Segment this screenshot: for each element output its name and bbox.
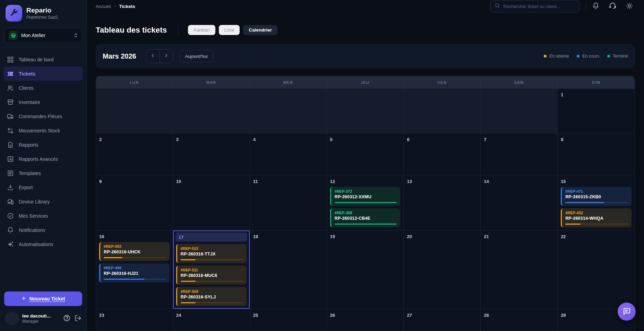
sidebar-item-label: Tableau de bord [19,57,53,62]
today-button[interactable]: Aujourd'hui [179,50,214,62]
day-number: 11 [253,179,258,184]
status-dot [544,55,547,58]
day-cell-18[interactable]: 18 [250,230,327,309]
prev-month-button[interactable] [146,50,160,63]
chevron-left-icon [150,53,155,59]
day-number: 18 [253,234,258,239]
calendar-toolbar: Mars 2026 Aujourd'hui En attenteEn cours… [96,44,635,68]
day-cell-empty[interactable] [96,89,173,133]
help-button[interactable] [63,314,70,323]
day-cell-14[interactable]: 14 [481,175,558,230]
brand: Repario Plateforme SaaS [0,0,86,25]
legend-en-attente: En attente [544,54,569,59]
sidebar-item-rapports-avanc-s[interactable]: Rapports Avancés [3,152,83,166]
week-row: 9101112#REP-372RP-260312-XXMU#REP-358RP-… [96,175,635,230]
ticket-code: RP-260315-ZKB0 [565,194,628,199]
ticket-event-rep-502[interactable]: #REP-502RP-260316-UHCK [99,242,170,261]
ticket-event-rep-452[interactable]: #REP-452RP-260314-WHQA [561,208,632,227]
sidebar-item-rapports[interactable]: Rapports [3,138,83,152]
ticket-id: #REP-358 [335,211,397,215]
sidebar-item-export[interactable]: Export [3,180,83,194]
day-number: 2 [99,137,102,142]
day-cell-23[interactable]: 23 [96,309,173,331]
day-cell-empty[interactable] [327,89,404,133]
day-cell-25[interactable]: 25 [250,309,327,331]
new-ticket-button[interactable]: Nouveau Ticket [4,291,82,306]
sidebar-item-notifications[interactable]: Notifications [3,223,83,237]
tab-calendrier[interactable]: Calendrier [243,25,277,35]
sidebar-item-mouvements-stock[interactable]: Mouvements Stock [3,123,83,138]
day-number: 19 [330,234,335,239]
day-cell-10[interactable]: 10 [173,175,250,230]
day-cell-12[interactable]: 12#REP-372RP-260312-XXMU#REP-358RP-26031… [327,175,404,230]
avatar[interactable] [5,312,19,325]
day-cell-27[interactable]: 27 [404,309,481,331]
breadcrumb-home[interactable]: Accueil [96,4,111,9]
sidebar-item-label: Rapports [19,142,38,148]
day-number: 10 [176,179,181,184]
sidebar-item-automatisations[interactable]: Automatisations [3,237,83,251]
ticket-event-rep-372[interactable]: #REP-372RP-260312-XXMU [330,187,401,206]
day-cell-16[interactable]: 16#REP-502RP-260316-UHCK#REP-499RP-26031… [96,230,173,309]
day-cell-empty[interactable] [250,89,327,133]
logout-button[interactable] [75,315,81,323]
day-cell-24[interactable]: 24 [173,309,250,331]
day-number: 14 [484,179,489,184]
day-cell-empty[interactable] [481,89,558,133]
ticket-event-rep-499[interactable]: #REP-499RP-260316-HJ21 [99,263,170,282]
day-cell-28[interactable]: 28 [481,309,558,331]
sidebar-item-device-library[interactable]: Device Library [3,194,83,209]
ticket-event-rep-511[interactable]: #REP-511RP-260316-MUC6 [176,265,247,285]
view-tabs: KanbanListeCalendrier [188,25,277,35]
day-cell-1[interactable]: 1 [558,89,635,133]
sidebar-nav: Tableau de bordTicketsClientsInventaireC… [0,50,86,288]
day-cell-17[interactable]: 17#REP-515RP-260316-TTJX#REP-511RP-26031… [173,230,250,309]
workspace-selector[interactable]: Mon Atelier [4,28,82,43]
sidebar-item-mes-services[interactable]: Mes Services [3,209,83,223]
day-cell-11[interactable]: 11 [250,175,327,230]
day-cell-26[interactable]: 26 [327,309,404,331]
theme-toggle-button[interactable] [626,2,633,10]
day-cell-4[interactable]: 4 [250,133,327,175]
day-cell-2[interactable]: 2 [96,133,173,175]
day-cell-15[interactable]: 15#REP-471RP-260315-ZKB0#REP-452RP-26031… [558,175,635,230]
day-cell-8[interactable]: 8 [558,133,635,175]
sidebar-item-tableau-de-bord[interactable]: Tableau de bord [3,52,83,67]
sun-icon [626,2,633,10]
day-cell-empty[interactable] [404,89,481,133]
day-cell-6[interactable]: 6 [404,133,481,175]
day-cell-19[interactable]: 19 [327,230,404,309]
workspace-name: Mon Atelier [21,33,70,38]
day-cell-3[interactable]: 3 [173,133,250,175]
day-cell-20[interactable]: 20 [404,230,481,309]
tab-kanban[interactable]: Kanban [188,25,215,35]
ticket-event-rep-509[interactable]: #REP-509RP-260316-SYLJ [176,287,247,306]
day-cell-7[interactable]: 7 [481,133,558,175]
sidebar-item-inventaire[interactable]: Inventaire [3,95,83,109]
app-name: Repario [26,7,58,14]
day-cell-5[interactable]: 5 [327,133,404,175]
day-cell-22[interactable]: 22 [558,230,635,309]
day-cell-21[interactable]: 21 [481,230,558,309]
support-button[interactable] [609,2,616,10]
day-cell-13[interactable]: 13 [404,175,481,230]
chat-fab[interactable] [618,303,636,321]
day-number: 8 [561,137,563,142]
sidebar-item-tickets[interactable]: Tickets [3,67,83,81]
ticket-event-rep-358[interactable]: #REP-358RP-260312-CB4E [330,208,401,227]
ticket-event-rep-471[interactable]: #REP-471RP-260315-ZKB0 [561,187,632,206]
day-cell-9[interactable]: 9 [96,175,173,230]
ticket-event-rep-515[interactable]: #REP-515RP-260316-TTJX [176,244,247,263]
sidebar-item-commandes-pi-ces[interactable]: Commandes Pièces [3,109,83,123]
sidebar-item-label: Device Library [19,199,50,204]
sidebar-item-templates[interactable]: Templates [3,166,83,180]
week-row: 1 [96,89,635,133]
search-input[interactable] [503,4,575,9]
next-month-button[interactable] [160,50,173,63]
day-cell-empty[interactable] [173,89,250,133]
notifications-button[interactable] [592,2,599,10]
sidebar-item-clients[interactable]: Clients [3,81,83,95]
user-role: Manager [22,319,60,324]
tab-liste[interactable]: Liste [219,25,240,35]
week-row: 23242526272829 [96,309,635,331]
